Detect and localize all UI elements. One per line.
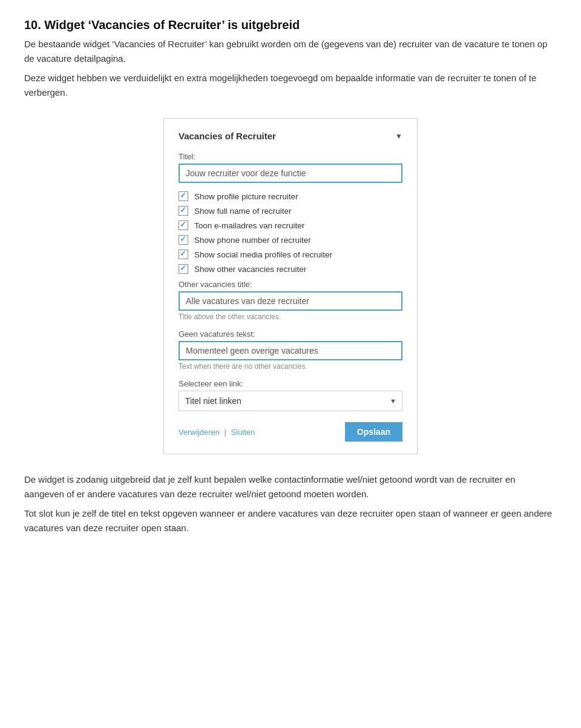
other-vacancies-title-hint: Title above the other vacancies. (179, 313, 402, 321)
checkbox-full-name[interactable] (179, 206, 188, 216)
widget-box: Vacancies of Recruiter ▼ Titel: Show pro… (163, 118, 418, 454)
collapse-arrow-icon[interactable]: ▼ (395, 132, 402, 141)
verwijderen-link[interactable]: Verwijderen (179, 428, 220, 437)
checkbox-item-phone: Show phone number of recruiter (179, 235, 402, 245)
titel-group: Titel: (179, 152, 402, 183)
checkbox-item-email: Toon e-mailadres van recruiter (179, 220, 402, 230)
footer-separator: | (225, 428, 226, 437)
checkbox-item-other-vacancies: Show other vacancies recruiter (179, 264, 402, 274)
geen-vacatures-group: Geen vacatures tekst: Text when there ar… (179, 329, 402, 371)
selecteer-link-group: Selecteer een link: Titel niet linken Li… (179, 379, 402, 411)
other-vacancies-title-group: Other vacancies title: Title above the o… (179, 280, 402, 321)
checkbox-label-phone: Show phone number of recruiter (194, 236, 311, 245)
checkbox-label-email: Toon e-mailadres van recruiter (194, 221, 304, 230)
geen-vacatures-label: Geen vacatures tekst: (179, 329, 402, 339)
other-vacancies-title-label: Other vacancies title: (179, 280, 402, 289)
outro-section: De widget is zodanig uitgebreid dat je z… (24, 472, 557, 535)
intro-paragraph-2: Deze widget hebben we verduidelijkt en e… (24, 71, 557, 100)
checkbox-label-other-vacancies: Show other vacancies recruiter (194, 265, 306, 274)
select-wrapper: Titel niet linken Linken naar vacature L… (179, 391, 402, 411)
checkbox-profile-picture[interactable] (179, 191, 188, 201)
titel-label: Titel: (179, 152, 402, 161)
intro-section: 10. Widget ‘Vacancies of Recruiter’ is u… (24, 18, 557, 100)
selecteer-link-label: Selecteer een link: (179, 379, 402, 388)
outro-paragraph-2: Tot slot kun je zelf de titel en tekst o… (24, 506, 557, 535)
checkbox-phone[interactable] (179, 235, 188, 245)
checkbox-label-profile-picture: Show profile picture recruiter (194, 192, 298, 201)
opslaan-button[interactable]: Opslaan (345, 422, 402, 442)
checkbox-social-media[interactable] (179, 250, 188, 259)
checkbox-label-full-name: Show full name of recruiter (194, 207, 292, 216)
footer-links: Verwijderen | Sluiten (179, 428, 255, 437)
checkbox-group: Show profile picture recruiter Show full… (179, 191, 402, 274)
widget-footer: Verwijderen | Sluiten Opslaan (179, 422, 402, 442)
outro-paragraph-1: De widget is zodanig uitgebreid dat je z… (24, 472, 557, 501)
intro-paragraph-1: De bestaande widget ‘Vacancies of Recrui… (24, 37, 557, 66)
checkbox-label-social-media: Show social media profiles of recruiter (194, 250, 332, 259)
checkbox-item-profile-picture: Show profile picture recruiter (179, 191, 402, 201)
checkbox-other-vacancies[interactable] (179, 264, 188, 274)
checkbox-email[interactable] (179, 220, 188, 230)
checkbox-item-social-media: Show social media profiles of recruiter (179, 250, 402, 259)
page-heading: 10. Widget ‘Vacancies of Recruiter’ is u… (24, 18, 557, 32)
geen-vacatures-hint: Text when there are no other vacancies. (179, 362, 402, 371)
geen-vacatures-input[interactable] (179, 341, 402, 360)
widget-header: Vacancies of Recruiter ▼ (179, 131, 402, 141)
checkbox-item-full-name: Show full name of recruiter (179, 206, 402, 216)
other-vacancies-title-input[interactable] (179, 291, 402, 311)
titel-input[interactable] (179, 164, 402, 183)
sluiten-link[interactable]: Sluiten (231, 428, 255, 437)
widget-title: Vacancies of Recruiter (179, 131, 276, 141)
widget-container: Vacancies of Recruiter ▼ Titel: Show pro… (24, 118, 557, 454)
link-select[interactable]: Titel niet linken Linken naar vacature L… (179, 391, 402, 411)
